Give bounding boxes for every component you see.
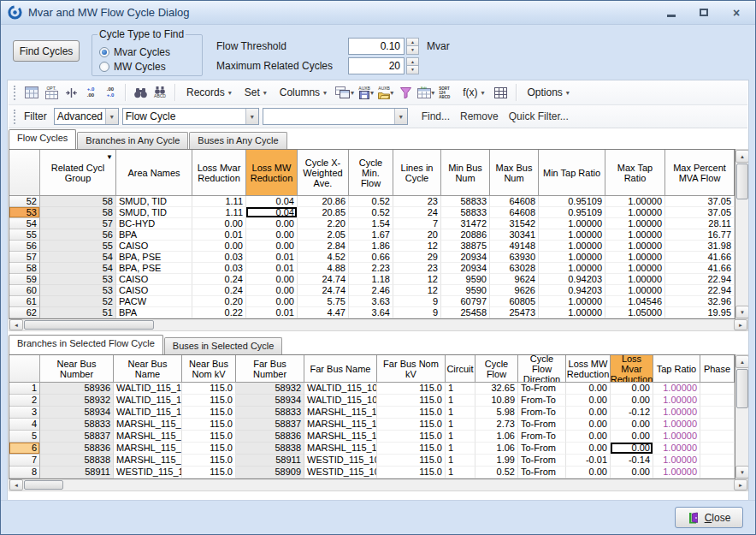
grid-cell-loss-mw-reduction[interactable]: 0.01 [246,307,298,318]
grid-cell-near-bus-nom-kv[interactable]: 115.0 [182,467,236,479]
grid-cell-max-bus-num[interactable]: 64608 [490,196,539,207]
scrollbar-thumb[interactable] [24,480,63,490]
scroll-left-button[interactable]: ◄ [9,479,23,490]
remove-command[interactable]: Remove [460,110,499,122]
grid-cell-near-bus-name[interactable]: MARSHL_115_10 [114,443,182,455]
grid-cell-min-bus-num[interactable]: 20886 [441,229,490,241]
grid-cell-cycle-flow-direction[interactable]: To-From [518,443,566,455]
column-header-loss-mvar-reduction[interactable]: Loss Mvar Reduction [611,355,653,383]
combo-dropdown-button[interactable]: ▾ [245,109,258,124]
grid-cell-loss-mw-reduction[interactable]: 0.00 [246,296,298,307]
grid-cell-max-percent-mva-flow[interactable]: 41.66 [665,252,735,263]
grid-cell-related-cycl-group[interactable]: 54 [40,263,116,274]
scroll-left-button[interactable]: ◄ [9,319,23,330]
grid-cell-near-bus-name[interactable]: WALTID_115_10 [114,407,182,419]
grid-cell-min-tap-ratio[interactable]: 1.00000 [539,252,605,263]
grid-cell-min-bus-num[interactable]: 60797 [441,296,490,307]
restore-button[interactable] [697,6,711,20]
grid-cell-near-bus-name[interactable]: MARSHL_115_10 [114,419,182,431]
grid-cell-far-bus-name[interactable]: MARSHL_115_10 [304,419,377,431]
grid-cell-loss-mvar-reduction[interactable]: 0.20 [192,296,246,307]
column-header-near-bus-name[interactable]: Near Bus Name [114,355,182,383]
grid-cell-related-cycl-group[interactable]: 53 [40,274,116,285]
modify-grid-icon[interactable]: Edit ▾ [416,83,435,102]
grid-cell-related-cycl-group[interactable]: 52 [40,296,116,307]
combo-dropdown-button[interactable]: ▾ [105,109,118,124]
grid-cell-near-bus-number[interactable]: 58936 [40,383,114,395]
grid-cell-far-bus-name[interactable]: WESTID_115_10 [304,455,377,467]
grid-cell-lines-in-cycle[interactable]: 12 [393,241,441,252]
grid-cell-related-cycl-group[interactable]: 58 [40,207,116,218]
grid-cell-circuit[interactable]: 1 [446,395,475,407]
scroll-down-button[interactable]: ▼ [735,306,749,318]
grid-cell-cycle-x-weighted-ave[interactable]: 24.74 [298,274,349,285]
grid-cell-lines-in-cycle[interactable]: 12 [393,285,441,296]
scrollbar-thumb[interactable] [736,163,748,199]
grid-cell-min-tap-ratio[interactable]: 1.00000 [539,307,605,318]
grid-cell-loss-mw-reduction[interactable]: 0.04 [246,207,298,218]
find-text-icon[interactable]: ABCD [151,83,168,102]
grid-cell-area-names[interactable]: SMUD, TID [116,196,192,207]
grid-cell-loss-mvar-reduction[interactable]: 0.00 [611,443,653,455]
grid-cell-phase[interactable] [700,419,735,431]
grid-cell-phase[interactable] [700,431,735,443]
grid-cell-far-bus-name[interactable]: MARSHL_115_10 [304,431,377,443]
row-header[interactable]: 58 [9,263,40,274]
sort-icon[interactable]: SORT 124 ABCD [438,83,455,102]
column-header-loss-mw-reduction[interactable]: Loss MW Reduction [566,355,611,383]
column-header-loss-mw-reduction[interactable]: Loss MW Reduction [246,150,298,196]
grid-cell-far-bus-nom-kv[interactable]: 115.0 [377,419,446,431]
scrollbar-track[interactable] [23,319,734,330]
grid-cell-far-bus-name[interactable]: MARSHL_115_10 [304,407,377,419]
grid-cell-related-cycl-group[interactable]: 55 [40,241,116,252]
grid-cell-tap-ratio[interactable]: 1.00000 [653,455,700,467]
grid-cell-max-tap-ratio[interactable]: 1.00000 [605,196,665,207]
grid-cell-near-bus-nom-kv[interactable]: 115.0 [182,455,236,467]
grid-cell-cycle-x-weighted-ave[interactable]: 20.85 [298,207,349,218]
grid-cell-phase[interactable] [700,443,735,455]
grid-cell-max-bus-num[interactable]: 25473 [490,307,539,318]
grid-cell-near-bus-nom-kv[interactable]: 115.0 [182,395,236,407]
grid-cell-loss-mvar-reduction[interactable]: 0.00 [611,431,653,443]
grid-cell-far-bus-number[interactable]: 58909 [236,467,304,479]
grid-cell-related-cycl-group[interactable]: 54 [40,252,116,263]
title-bar[interactable]: Mvar and MW Flow Cycle Dialog × [1,1,755,25]
combo-dropdown-button[interactable]: ▾ [394,109,407,124]
grid-cell-loss-mw-reduction[interactable]: 0.00 [566,419,611,431]
grid-cell-max-percent-mva-flow[interactable]: 19.95 [665,307,735,318]
grid-cell-max-bus-num[interactable]: 9624 [490,274,539,285]
grid-cell-far-bus-nom-kv[interactable]: 115.0 [377,467,446,479]
grid-cell-loss-mvar-reduction[interactable]: 0.00 [611,383,653,395]
grid-cell-near-bus-number[interactable]: 58833 [40,419,114,431]
set-menu[interactable]: Set▾ [239,83,272,102]
grid-cell-loss-mvar-reduction[interactable]: 0.00 [611,419,653,431]
grid-cell-near-bus-name[interactable]: WALTID_115_10 [114,395,182,407]
grid-cell-far-bus-number[interactable]: 58836 [236,431,304,443]
grid-cell-loss-mvar-reduction[interactable]: 0.01 [192,229,246,241]
grid-cell-max-bus-num[interactable]: 64608 [490,207,539,218]
grid-cell-phase[interactable] [700,395,735,407]
grid-cell-lines-in-cycle[interactable]: 24 [393,207,441,218]
grid-cell-far-bus-nom-kv[interactable]: 115.0 [377,407,446,419]
grid-cell-far-bus-number[interactable]: 58932 [236,383,304,395]
grid-cell-cycle-x-weighted-ave[interactable]: 2.05 [298,229,349,241]
spin-up-icon[interactable]: ▲ [406,57,419,67]
column-header-cycle-flow[interactable]: Cycle Flow [475,355,518,383]
column-header-cycle-min-flow[interactable]: Cycle Min. Flow [349,150,393,196]
grid-cell-min-tap-ratio[interactable]: 0.95109 [539,207,605,218]
grid-cell-loss-mw-reduction[interactable]: 0.00 [566,467,611,479]
column-header-cycle-flow-direction[interactable]: Cycle Flow Direction [518,355,566,383]
grid-cell-loss-mw-reduction[interactable]: 0.00 [246,274,298,285]
increase-decimals-icon[interactable]: +.0 .00 [82,83,99,102]
grid-cell-loss-mw-reduction[interactable]: 0.00 [566,383,611,395]
grid-cell-lines-in-cycle[interactable]: 9 [393,307,441,318]
grid-cell-loss-mvar-reduction[interactable]: -0.12 [611,407,653,419]
row-header[interactable]: 52 [9,196,40,207]
grid-cell-max-percent-mva-flow[interactable]: 37.05 [665,196,735,207]
close-window-button[interactable]: × [729,6,743,20]
column-header-cycle-x-weighted-ave[interactable]: Cycle X-Weighted Ave. [298,150,349,196]
grid-cell-min-tap-ratio[interactable]: 1.00000 [539,241,605,252]
flow-threshold-input[interactable] [348,38,405,55]
grid-cell-loss-mw-reduction[interactable]: 0.00 [246,241,298,252]
grid-cell-lines-in-cycle[interactable]: 29 [393,252,441,263]
